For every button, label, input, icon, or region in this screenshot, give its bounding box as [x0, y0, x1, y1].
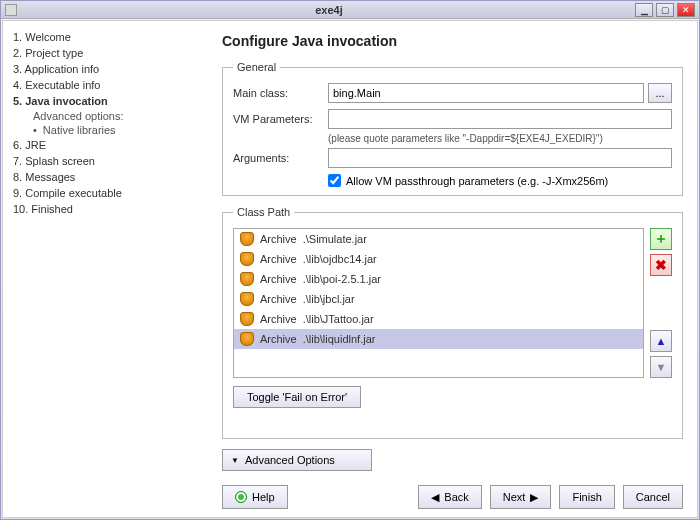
- classpath-item[interactable]: Archive .\lib\liquidlnf.jar: [234, 329, 643, 349]
- archive-icon: [240, 332, 254, 346]
- vm-params-label: VM Parameters:: [233, 113, 328, 125]
- chevron-down-icon: ▼: [231, 456, 239, 465]
- vm-params-hint: (please quote parameters like "-Dappdir=…: [328, 133, 672, 144]
- classpath-item-type: Archive: [260, 313, 297, 325]
- classpath-item[interactable]: Archive .\Simulate.jar: [234, 229, 643, 249]
- app-window: exe4j ▁ ▢ ✕ 1. Welcome 2. Project type 3…: [0, 0, 700, 520]
- step-jre[interactable]: 6. JRE: [13, 137, 198, 153]
- step-executable-info[interactable]: 4. Executable info: [13, 77, 198, 93]
- step-project-type[interactable]: 2. Project type: [13, 45, 198, 61]
- arguments-label: Arguments:: [233, 152, 328, 164]
- help-label: Help: [252, 491, 275, 503]
- allow-passthrough-checkbox[interactable]: [328, 174, 341, 187]
- classpath-item-path: .\lib\JTattoo.jar: [303, 313, 374, 325]
- classpath-item[interactable]: Archive .\lib\JTattoo.jar: [234, 309, 643, 329]
- archive-icon: [240, 312, 254, 326]
- page-title: Configure Java invocation: [222, 33, 683, 49]
- titlebar: exe4j ▁ ▢ ✕: [1, 1, 699, 19]
- advanced-options-button[interactable]: ▼ Advanced Options: [222, 449, 372, 471]
- archive-icon: [240, 252, 254, 266]
- subitem-native-libraries[interactable]: Native libraries: [33, 123, 198, 137]
- vm-params-row: VM Parameters:: [233, 109, 672, 129]
- classpath-item-type: Archive: [260, 293, 297, 305]
- window-controls: ▁ ▢ ✕: [635, 3, 695, 17]
- step-messages[interactable]: 8. Messages: [13, 169, 198, 185]
- archive-icon: [240, 232, 254, 246]
- classpath-group: Class Path Archive .\Simulate.jar Archiv…: [222, 206, 683, 439]
- cancel-button[interactable]: Cancel: [623, 485, 683, 509]
- app-icon: [5, 4, 17, 16]
- classpath-item-path: .\lib\jbcl.jar: [303, 293, 355, 305]
- classpath-move-up-button[interactable]: ▲: [650, 330, 672, 352]
- help-icon: [235, 491, 247, 503]
- window-title: exe4j: [23, 4, 635, 16]
- classpath-item-type: Archive: [260, 253, 297, 265]
- step-splash-screen[interactable]: 7. Splash screen: [13, 153, 198, 169]
- classpath-item[interactable]: Archive .\lib\jbcl.jar: [234, 289, 643, 309]
- wizard-footer: Help ◀ Back Next ▶ Finish Cancel: [222, 479, 683, 509]
- general-legend: General: [233, 61, 280, 73]
- classpath-remove-button[interactable]: ✖: [650, 254, 672, 276]
- classpath-item-path: .\Simulate.jar: [303, 233, 367, 245]
- advanced-options-label: Advanced Options: [245, 454, 335, 466]
- wizard-sidebar: 1. Welcome 2. Project type 3. Applicatio…: [3, 21, 208, 517]
- help-button[interactable]: Help: [222, 485, 288, 509]
- arguments-input[interactable]: [328, 148, 672, 168]
- classpath-add-button[interactable]: ＋: [650, 228, 672, 250]
- back-button[interactable]: ◀ Back: [418, 485, 481, 509]
- classpath-buttons: ＋ ✖ ▲ ▼: [650, 228, 672, 378]
- next-label: Next: [503, 491, 526, 503]
- main-class-row: Main class: ...: [233, 83, 672, 103]
- classpath-item-type: Archive: [260, 333, 297, 345]
- minimize-button[interactable]: ▁: [635, 3, 653, 17]
- arrow-left-icon: ◀: [431, 491, 439, 504]
- arrow-right-icon: ▶: [530, 491, 538, 504]
- classpath-legend: Class Path: [233, 206, 294, 218]
- archive-icon: [240, 292, 254, 306]
- close-button[interactable]: ✕: [677, 3, 695, 17]
- main-class-label: Main class:: [233, 87, 328, 99]
- cancel-label: Cancel: [636, 491, 670, 503]
- main-class-input[interactable]: [328, 83, 644, 103]
- window-body: 1. Welcome 2. Project type 3. Applicatio…: [2, 20, 698, 518]
- classpath-body: Archive .\Simulate.jar Archive .\lib\ojd…: [233, 228, 672, 378]
- classpath-item-path: .\lib\liquidlnf.jar: [303, 333, 376, 345]
- archive-icon: [240, 272, 254, 286]
- advanced-options-sublabel: Advanced options:: [33, 109, 198, 123]
- step-compile-executable[interactable]: 9. Compile executable: [13, 185, 198, 201]
- classpath-item-path: .\lib\poi-2.5.1.jar: [303, 273, 381, 285]
- step-finished[interactable]: 10. Finished: [13, 201, 198, 217]
- classpath-item-type: Archive: [260, 233, 297, 245]
- step-java-invocation[interactable]: 5. Java invocation: [13, 93, 198, 109]
- back-label: Back: [444, 491, 468, 503]
- vm-params-input[interactable]: [328, 109, 672, 129]
- classpath-move-down-button[interactable]: ▼: [650, 356, 672, 378]
- finish-button[interactable]: Finish: [559, 485, 614, 509]
- classpath-item-type: Archive: [260, 273, 297, 285]
- main-panel: Configure Java invocation General Main c…: [208, 21, 697, 517]
- classpath-list[interactable]: Archive .\Simulate.jar Archive .\lib\ojd…: [233, 228, 644, 378]
- step-list: 1. Welcome 2. Project type 3. Applicatio…: [13, 29, 198, 217]
- classpath-item-path: .\lib\ojdbc14.jar: [303, 253, 377, 265]
- arguments-row: Arguments:: [233, 148, 672, 168]
- step-welcome[interactable]: 1. Welcome: [13, 29, 198, 45]
- allow-passthrough-label: Allow VM passthrough parameters (e.g. -J…: [346, 175, 608, 187]
- next-button[interactable]: Next ▶: [490, 485, 552, 509]
- general-group: General Main class: ... VM Parameters: (…: [222, 61, 683, 196]
- step-application-info[interactable]: 3. Application info: [13, 61, 198, 77]
- classpath-item[interactable]: Archive .\lib\poi-2.5.1.jar: [234, 269, 643, 289]
- toggle-fail-on-error-button[interactable]: Toggle 'Fail on Error': [233, 386, 361, 408]
- classpath-item[interactable]: Archive .\lib\ojdbc14.jar: [234, 249, 643, 269]
- passthrough-row: Allow VM passthrough parameters (e.g. -J…: [328, 174, 672, 187]
- maximize-button[interactable]: ▢: [656, 3, 674, 17]
- main-class-browse-button[interactable]: ...: [648, 83, 672, 103]
- finish-label: Finish: [572, 491, 601, 503]
